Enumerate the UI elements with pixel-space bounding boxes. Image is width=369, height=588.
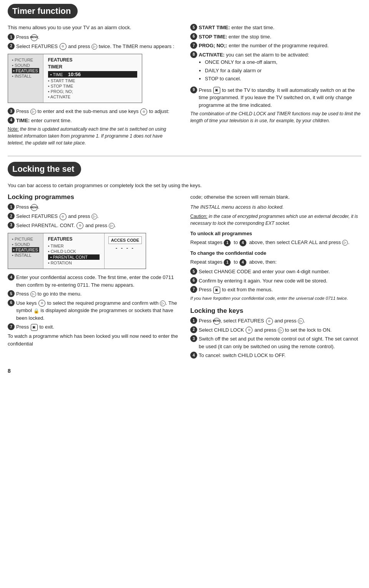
timer-step-8: 8 ACTIVATE: you can set the alarm to be … [190,51,361,85]
updown-icon: ⊙ [76,222,83,229]
locking-programmes-title: Locking programmes [8,193,179,201]
locking-right-col: code; otherwise the screen will remain b… [190,193,361,360]
updown-icon: ⊙ [266,318,273,325]
right-arrow-icon: ▷ [30,109,36,115]
timer-step-4: 4 TIME: enter current time. [8,117,179,125]
right-arrow-icon: ▷ [160,301,166,306]
lock-keys-step-3: 3 Switch off the set and put the remote … [190,335,361,350]
timer-menu-sidebar: • PICTURE • SOUND • FEATURES • INSTALL [8,54,43,103]
activate-bullets: ONCE ONLY for a one-off alarm, DAILY for… [205,58,361,83]
section-divider [8,156,361,156]
timer-step-5: 5 START TIME: enter the start time. [190,24,361,32]
standby-icon: ▣ [213,87,220,94]
right-arrow-icon: ▷ [278,327,284,333]
lock-step-6: 6 Use keys ⊙ to select the required prog… [8,299,179,322]
change-code-step-7: 7 Press ▣ to exit from the menus. [190,286,361,294]
timer-intro: This menu allows you to use your TV as a… [8,24,179,32]
unlock-text: Repeat stages 1 to 4 above, then select … [190,239,361,246]
change-code-section: To change the confidential code Repeat s… [190,249,361,302]
menu-icon: MENU [213,318,220,325]
timer-function-section: Timer function This menu allows you to u… [8,4,361,149]
lock-foot-note: To watch a programme which has been lock… [8,332,179,348]
timer-note: Note: the time is updated automatically … [8,126,179,146]
timer-step-2: 2 Select FEATURES ⊙ and press ▷ twice. T… [8,43,179,50]
forgot-note: If you have forgotten your confidential … [190,295,361,302]
right-arrow-icon: ▷ [342,240,348,246]
lock-keys-step-2: 2 Select CHILD LOCK ⊙ and press ▷ to set… [190,326,361,334]
caution-note: Caution: in the case of encrypted progra… [190,213,361,227]
menu-icon: MENU [31,204,38,211]
change-code-text: Repeat stages 1 to 4 above, then: [190,258,361,266]
timer-menu-main: FEATURES TIMER • TIME 10:56 • START TIME… [43,54,142,103]
timer-step-7: 7 PROG; NO;: enter the number of the pro… [190,42,361,50]
updown-icon: ⊙ [60,43,66,50]
timer-step-9: 9 Press ▣ to set the TV to standby. It w… [190,86,361,109]
locking-menu-diagram: • PICTURE • SOUND • FEATURES • INSTALL F… [8,233,146,269]
locking-intro: You can bar access to certain programmes… [8,182,361,189]
right-arrow-icon: ▷ [30,291,36,297]
lock-step-5: 5 Press ▷ to go into the menu. [8,290,179,298]
timer-step-1: 1 Press MENU. [8,33,179,41]
unlock-title: To unlock all programmes [190,230,361,238]
page-number: 8 [8,368,361,374]
lock-step-7: 7 Press ▣ to exit. [8,323,179,331]
change-code-title: To change the confidential code [190,249,361,257]
change-code-step-6: 6 Confirm by entering it again. Your new… [190,277,361,285]
lock-step-3: 3 Select PARENTAL. CONT. ⊙ and press ▷. [8,222,179,229]
lock-keys-step-1: 1 Press MENU, select FEATURES ⊙ and pres… [190,317,361,325]
lock-step-1: 1 Press MENU. [8,203,179,211]
right-arrow-icon: ▷ [109,223,115,229]
locking-section: Locking the set You can bar access to ce… [8,162,361,360]
lock-menu-right: ACCES CODE - - - - [104,233,146,269]
timer-right-col: 5 START TIME: enter the start time. 6 ST… [190,24,361,149]
acces-code-box: ACCES CODE [108,236,142,244]
right-arrow-icon: ▷ [91,214,97,219]
locking-keys-section: Locking the keys 1 Press MENU, select FE… [190,307,361,359]
standby-icon: ▣ [213,287,220,294]
timer-left-col: This menu allows you to use your TV as a… [8,24,179,149]
locking-section-title: Locking the set [8,162,81,176]
lock-menu-sidebar: • PICTURE • SOUND • FEATURES • INSTALL [8,233,43,269]
standby-icon: ▣ [31,324,38,331]
timer-menu-diagram: • PICTURE • SOUND • FEATURES • INSTALL F… [8,54,142,103]
timer-section-title: Timer function [8,4,78,18]
install-note: The INSTALL menu access is also locked. [190,203,361,211]
timer-step-3: 3 Press ▷ to enter and exit the sub-menu… [8,108,179,115]
locking-left-col: Locking programmes 1 Press MENU. 2 Selec… [8,193,179,360]
lock-menu-main: FEATURES • TIMER • CHILD LOCK • PARENTAL… [43,233,104,269]
lock-icon: 🔒 [33,307,39,314]
unlock-section: To unlock all programmes Repeat stages 1… [190,230,361,246]
lock-step-2: 2 Select FEATURES ⊙ and press ▷. [8,213,179,220]
child-lock-timer-note: The combination of the CHILD LOCK and TI… [190,110,361,124]
lock-step-4: 4 Enter your confidential access code. T… [8,274,179,289]
timer-step-6: 6 STOP TIME: enter the stop time. [190,33,361,41]
code-note: code; otherwise the screen will remain b… [190,193,361,201]
right-arrow-icon: ▷ [298,318,304,324]
updown-icon: ⊙ [140,108,147,115]
menu-icon: MENU [31,34,38,41]
updown-icon: ⊙ [38,300,45,307]
updown-icon: ⊙ [246,327,253,334]
change-code-step-5: 5 Select CHANGE CODE and enter your own … [190,268,361,276]
right-arrow-icon: ▷ [91,44,97,50]
lock-keys-step-4: 4 To cancel: switch CHILD LOCK to OFF. [190,352,361,359]
updown-icon: ⊙ [60,213,66,220]
locking-keys-title: Locking the keys [190,307,361,315]
